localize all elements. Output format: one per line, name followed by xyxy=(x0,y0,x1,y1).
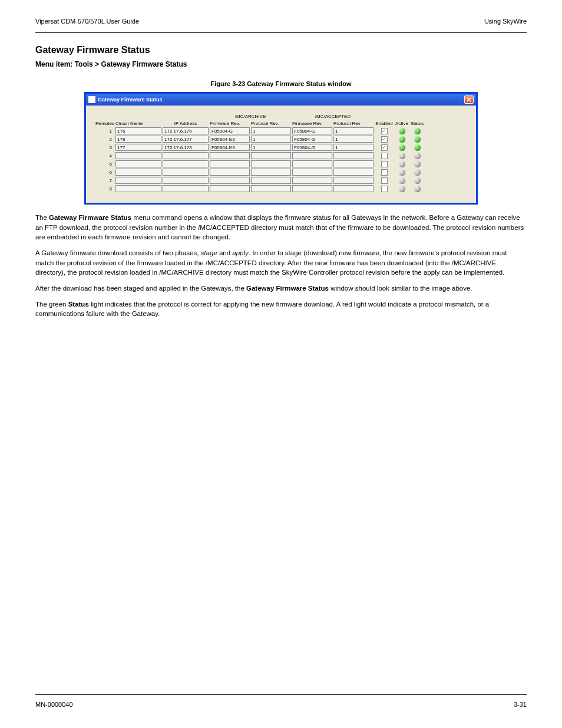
ip-address-input[interactable] xyxy=(163,185,209,192)
circuit-name-input[interactable] xyxy=(115,169,161,176)
row-number: 4 xyxy=(92,153,114,159)
col-fwrev-accepted: Firmware Rev. xyxy=(292,121,332,126)
page-header: Vipersat CDM-570/570L User Guide Using S… xyxy=(0,0,562,31)
status-grid: /MC/ARCHIVE/MC/ACCEPTEDRemotesCircuit Na… xyxy=(92,114,470,192)
row-number: 3 xyxy=(92,145,114,150)
col-fwrev-archive: Firmware Rev. xyxy=(210,121,250,126)
ip-address-input[interactable] xyxy=(163,144,209,151)
col-status: Status xyxy=(410,121,424,126)
status-led xyxy=(414,186,421,192)
protocol-archive-input[interactable] xyxy=(251,152,291,159)
protocol-archive-input[interactable] xyxy=(251,185,291,192)
circuit-name-input[interactable] xyxy=(115,152,161,159)
protocol-archive-input[interactable] xyxy=(251,127,291,134)
ip-address-input[interactable] xyxy=(163,169,209,176)
status-led xyxy=(414,128,421,134)
row-number: 8 xyxy=(92,186,114,192)
enabled-checkbox[interactable] xyxy=(381,161,388,167)
window-body: /MC/ARCHIVE/MC/ACCEPTEDRemotesCircuit Na… xyxy=(86,106,476,203)
group-header-accepted: /MC/ACCEPTED xyxy=(292,114,373,120)
row-number: 2 xyxy=(92,137,114,142)
figure-caption: Figure 3-23 Gateway Firmware Status wind… xyxy=(35,80,527,87)
paragraph-3: After the download has been staged and a… xyxy=(35,284,527,294)
col-circuit: Circuit Name xyxy=(115,121,161,126)
ip-address-input[interactable] xyxy=(163,177,209,184)
circuit-name-input[interactable] xyxy=(115,127,161,134)
enabled-checkbox[interactable] xyxy=(381,128,388,134)
circuit-name-input[interactable] xyxy=(115,160,161,167)
row-number: 7 xyxy=(92,178,114,183)
circuit-name-input[interactable] xyxy=(115,136,161,143)
firmware-accepted-input[interactable] xyxy=(292,185,332,192)
active-led xyxy=(399,161,405,167)
app-icon xyxy=(88,96,95,103)
protocol-accepted-input[interactable] xyxy=(333,136,373,143)
window-title: Gateway Firmware Status xyxy=(98,97,163,103)
status-led xyxy=(414,177,421,184)
active-led xyxy=(399,136,405,143)
enabled-checkbox[interactable] xyxy=(381,169,388,176)
enabled-checkbox[interactable] xyxy=(381,186,388,192)
enabled-checkbox[interactable] xyxy=(381,177,388,184)
firmware-archive-input[interactable] xyxy=(210,185,250,192)
status-led xyxy=(414,169,421,176)
firmware-status-window: Gateway Firmware Status /MC/ARCHIVE/MC/A… xyxy=(84,92,478,205)
firmware-archive-input[interactable] xyxy=(210,127,250,134)
row-number: 1 xyxy=(92,129,114,134)
active-led xyxy=(399,177,405,184)
enabled-checkbox[interactable] xyxy=(381,136,388,143)
status-led xyxy=(414,136,421,143)
firmware-archive-input[interactable] xyxy=(210,144,250,151)
ip-address-input[interactable] xyxy=(163,127,209,134)
circuit-name-input[interactable] xyxy=(115,177,161,184)
firmware-archive-input[interactable] xyxy=(210,152,250,159)
active-led xyxy=(399,169,405,176)
row-number: 5 xyxy=(92,162,114,167)
paragraph-2: A Gateway firmware download consists of … xyxy=(35,248,527,278)
firmware-accepted-input[interactable] xyxy=(292,160,332,167)
firmware-accepted-input[interactable] xyxy=(292,177,332,184)
firmware-accepted-input[interactable] xyxy=(292,144,332,151)
protocol-accepted-input[interactable] xyxy=(333,169,373,176)
ip-address-input[interactable] xyxy=(163,136,209,143)
status-led xyxy=(414,161,421,167)
protocol-accepted-input[interactable] xyxy=(333,185,373,192)
col-remotes: Remotes xyxy=(92,121,114,126)
firmware-accepted-input[interactable] xyxy=(292,127,332,134)
group-header-archive: /MC/ARCHIVE xyxy=(210,114,291,120)
col-enabled: Enabled xyxy=(375,121,394,126)
circuit-name-input[interactable] xyxy=(115,185,161,192)
active-led xyxy=(399,128,405,134)
close-button[interactable] xyxy=(464,95,474,104)
firmware-archive-input[interactable] xyxy=(210,177,250,184)
protocol-accepted-input[interactable] xyxy=(333,160,373,167)
circuit-name-input[interactable] xyxy=(115,144,161,151)
header-right: Using SkyWire xyxy=(484,18,527,25)
active-led xyxy=(399,153,405,159)
protocol-accepted-input[interactable] xyxy=(333,144,373,151)
active-led xyxy=(399,144,405,151)
firmware-accepted-input[interactable] xyxy=(292,136,332,143)
enabled-checkbox[interactable] xyxy=(381,144,388,151)
protocol-archive-input[interactable] xyxy=(251,136,291,143)
enabled-checkbox[interactable] xyxy=(381,153,388,159)
footer-right: 3-31 xyxy=(514,701,527,708)
firmware-archive-input[interactable] xyxy=(210,160,250,167)
protocol-accepted-input[interactable] xyxy=(333,177,373,184)
protocol-accepted-input[interactable] xyxy=(333,152,373,159)
protocol-accepted-input[interactable] xyxy=(333,127,373,134)
firmware-accepted-input[interactable] xyxy=(292,152,332,159)
protocol-archive-input[interactable] xyxy=(251,144,291,151)
protocol-archive-input[interactable] xyxy=(251,177,291,184)
ip-address-input[interactable] xyxy=(163,152,209,159)
active-led xyxy=(399,186,405,192)
firmware-accepted-input[interactable] xyxy=(292,169,332,176)
protocol-archive-input[interactable] xyxy=(251,160,291,167)
protocol-archive-input[interactable] xyxy=(251,169,291,176)
firmware-archive-input[interactable] xyxy=(210,169,250,176)
section-title: Gateway Firmware Status xyxy=(35,45,527,55)
footer-rule xyxy=(35,694,527,695)
footer-left: MN-0000040 xyxy=(35,701,73,708)
firmware-archive-input[interactable] xyxy=(210,136,250,143)
ip-address-input[interactable] xyxy=(163,160,209,167)
